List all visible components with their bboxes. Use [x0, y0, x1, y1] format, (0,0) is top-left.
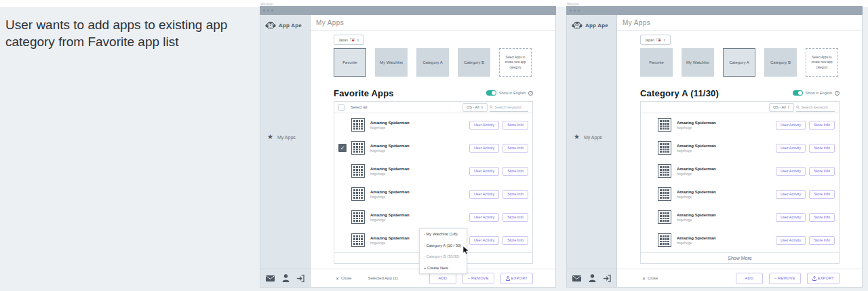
sidebar: App Ape ★ My Apps	[567, 15, 617, 287]
os-filter-select[interactable]: OS - All ⇕	[769, 103, 794, 112]
remove-button[interactable]: – REMOVE	[769, 273, 801, 284]
search-input[interactable]	[801, 105, 835, 109]
user-activity-button[interactable]: User Activity	[776, 121, 806, 130]
window-titlebar	[566, 6, 863, 15]
close-button[interactable]: ✕ Close	[336, 276, 351, 281]
menu-item-my-watchlist[interactable]: - My Watchlist (1/6)	[420, 229, 467, 240]
logout-icon[interactable]	[603, 275, 611, 282]
window-control-dot[interactable]	[570, 9, 572, 12]
language-toggle[interactable]	[793, 90, 803, 96]
user-activity-button[interactable]: User Activity	[469, 236, 499, 245]
app-name: Amazing Spiderman	[677, 120, 776, 125]
os-filter-select[interactable]: OS - All ⇕	[462, 103, 488, 112]
store-info-button[interactable]: Store Info	[502, 144, 528, 153]
tab-my-watchlist[interactable]: My Watchlist	[375, 48, 408, 77]
add-button[interactable]: ADD	[736, 273, 763, 284]
search-input[interactable]	[494, 105, 528, 109]
menu-item-create-new[interactable]: + Create New	[420, 263, 467, 274]
create-category-box[interactable]: Select Apps to create new app category	[499, 48, 532, 77]
mail-icon[interactable]	[572, 275, 581, 282]
tab-category-a[interactable]: Category A	[723, 48, 755, 77]
show-more-button[interactable]: Show More	[641, 252, 839, 263]
search-icon	[490, 105, 493, 109]
user-activity-button[interactable]: User Activity	[469, 121, 499, 130]
app-grid-icon	[351, 118, 365, 132]
user-activity-button[interactable]: User Activity	[776, 190, 806, 199]
help-icon[interactable]: ?	[835, 91, 840, 96]
app-grid-icon	[658, 233, 671, 247]
user-activity-button[interactable]: User Activity	[776, 144, 806, 153]
menu-item-category-a[interactable]: - Category A (10 / 30)	[420, 240, 467, 252]
remove-button[interactable]: – REMOVE	[462, 273, 494, 284]
store-info-button[interactable]: Store Info	[809, 190, 835, 199]
store-info-button[interactable]: Store Info	[809, 121, 835, 130]
window-control-dot[interactable]	[574, 9, 576, 12]
export-button[interactable]: EXPORT	[500, 273, 533, 284]
user-activity-button[interactable]: User Activity	[469, 144, 499, 153]
user-activity-button[interactable]: User Activity	[776, 213, 806, 222]
user-activity-button[interactable]: User Activity	[469, 167, 499, 176]
category-tabs: Favorite My Watchlist Category A Categor…	[334, 48, 532, 77]
user-icon[interactable]	[589, 274, 596, 282]
tab-category-a[interactable]: Category A	[416, 48, 449, 77]
sidebar-item-my-apps[interactable]: ★ My Apps	[574, 134, 602, 140]
store-info-button[interactable]: Store Info	[809, 167, 835, 176]
country-select[interactable]: Japan ⇕	[640, 35, 671, 45]
store-info-button[interactable]: Store Info	[502, 236, 528, 245]
page-title: My Apps	[617, 15, 862, 31]
store-info-button[interactable]: Store Info	[502, 190, 528, 199]
language-toggle[interactable]	[486, 90, 496, 96]
tab-favorite[interactable]: Favorite	[334, 48, 366, 77]
store-info-button[interactable]: Store Info	[502, 213, 528, 222]
tab-category-b[interactable]: Category B	[458, 48, 490, 77]
tab-my-watchlist[interactable]: My Watchlist	[682, 48, 714, 77]
tab-category-b[interactable]: Category B	[764, 48, 797, 77]
star-icon: ★	[267, 134, 273, 140]
export-button[interactable]: EXPORT	[807, 273, 840, 284]
app-publisher: hogehoge	[677, 195, 776, 199]
add-button[interactable]: ADD	[429, 273, 456, 284]
table-header: Select all OS - All ⇕	[334, 102, 532, 113]
close-button[interactable]: ✕ Close	[642, 276, 658, 281]
user-activity-button[interactable]: User Activity	[469, 213, 499, 222]
brand[interactable]: App Ape	[260, 15, 310, 30]
user-icon[interactable]	[282, 274, 290, 282]
menu-item-category-b[interactable]: - Category B (30/30)	[420, 251, 467, 263]
store-info-button[interactable]: Store Info	[502, 167, 528, 176]
app-grid-icon	[658, 118, 671, 132]
logout-icon[interactable]	[296, 275, 304, 282]
tab-favorite[interactable]: Favorite	[640, 48, 673, 77]
create-category-box[interactable]: Select Apps to create new app category	[806, 48, 838, 77]
store-info-button[interactable]: Store Info	[809, 213, 835, 222]
app-grid-icon	[351, 187, 365, 201]
store-info-button[interactable]: Store Info	[809, 144, 835, 153]
user-activity-button[interactable]: User Activity	[776, 167, 806, 176]
sidebar-item-my-apps[interactable]: ★ My Apps	[267, 134, 296, 140]
app-grid-icon	[351, 210, 365, 224]
page-title: My Apps	[311, 15, 555, 31]
user-activity-button[interactable]: User Activity	[776, 236, 806, 245]
search-icon	[796, 105, 800, 109]
user-activity-button[interactable]: User Activity	[469, 190, 499, 199]
export-icon	[812, 276, 816, 281]
store-info-button[interactable]: Store Info	[502, 121, 528, 130]
app-publisher: hogehoge	[677, 172, 776, 176]
country-select[interactable]: Japan ⇕	[334, 35, 364, 45]
app-publisher: hogehoge	[370, 172, 469, 176]
add-to-category-menu: - My Watchlist (1/6) - Category A (10 / …	[419, 228, 467, 274]
mail-icon[interactable]	[266, 275, 275, 282]
store-info-button[interactable]: Store Info	[809, 236, 835, 245]
window-control-dot[interactable]	[271, 9, 273, 12]
window-control-dot[interactable]	[263, 9, 265, 12]
select-all-checkbox[interactable]	[338, 104, 344, 111]
app-row: Amazing Spiderman hogehoge User Activity…	[334, 182, 532, 206]
app-row: Amazing Spiderman hogehoge User Activity…	[334, 159, 532, 182]
window-control-dot[interactable]	[578, 9, 580, 12]
os-filter-value: OS - All	[773, 105, 786, 109]
app-publisher: hogehoge	[677, 149, 776, 153]
window-control-dot[interactable]	[267, 9, 269, 12]
brand[interactable]: App Ape	[567, 15, 616, 30]
country-value: Japan	[645, 38, 654, 42]
help-icon[interactable]: ?	[528, 91, 533, 96]
row-checkbox-checked[interactable]: ✓	[338, 144, 347, 152]
